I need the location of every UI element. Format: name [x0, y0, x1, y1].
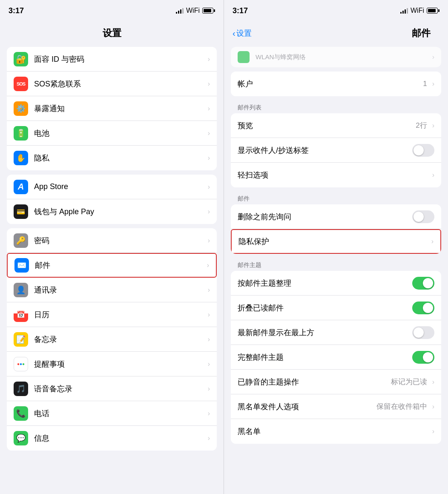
newest-on-top-label: 最新邮件显示在最上方 [238, 327, 412, 338]
calendar-icon: 📅 [14, 307, 28, 322]
ask-before-delete-knob [414, 212, 424, 222]
contacts-chevron: › [208, 286, 210, 294]
item-messages[interactable]: 💬 信息 › [7, 426, 217, 451]
applepay-icon: 💳 [14, 204, 28, 219]
item-battery[interactable]: 🔋 电池 › [7, 121, 217, 146]
right-signal-icon [400, 8, 408, 14]
accounts-label: 帐户 [238, 79, 423, 89]
item-faceid[interactable]: 🔐 面容 ID 与密码 › [7, 47, 217, 72]
show-to-knob [414, 145, 424, 155]
right-wifi-icon: WiFi [411, 7, 424, 14]
muted-action-chevron: › [432, 378, 434, 386]
applepay-chevron: › [208, 208, 210, 215]
appstore-label: App Store [34, 182, 204, 191]
complete-thread-item[interactable]: 完整邮件主题 [231, 345, 441, 370]
show-to-toggle[interactable] [412, 144, 434, 157]
muted-action-label: 已静音的主题操作 [238, 377, 391, 387]
newest-on-top-toggle[interactable] [412, 326, 434, 339]
blocklist-item[interactable]: 黑名单 › [231, 419, 441, 444]
item-phone[interactable]: 📞 电话 › [7, 401, 217, 426]
collapse-read-label: 折叠已读邮件 [238, 303, 412, 313]
swipe-chevron: › [432, 171, 434, 179]
phone-icon: 📞 [14, 406, 28, 421]
preview-label: 预览 [238, 121, 416, 131]
swipe-label: 轻扫选项 [238, 170, 429, 180]
settings-group-system: 🔐 面容 ID 与密码 › SOS SOS紧急联系 › ⚙️ 暴露通知 › 🔋 … [7, 47, 217, 170]
notes-label: 备忘录 [34, 334, 204, 345]
left-nav-bar: 设置 [0, 21, 224, 45]
swipe-item[interactable]: 轻扫选项 › [231, 163, 441, 187]
notes-chevron: › [208, 336, 210, 343]
preview-value: 2行 [416, 121, 427, 130]
organize-by-thread-item[interactable]: 按邮件主题整理 [231, 271, 441, 296]
reminders-label: 提醒事项 [34, 359, 204, 369]
section-label-thread: 邮件主题 [224, 258, 448, 271]
collapse-read-toggle[interactable] [412, 302, 434, 314]
item-notes[interactable]: 📝 备忘录 › [7, 327, 217, 352]
settings-group-builtins: 🔑 密码 › ✉️ 邮件 › 👤 通讯录 › 📅 日历 › 📝 [7, 228, 217, 451]
back-button[interactable]: ‹ 设置 [233, 28, 252, 38]
item-reminders[interactable]: ● ● ● 提醒事项 › [7, 352, 217, 376]
preview-item[interactable]: 预览 2行 › [231, 113, 441, 138]
privacy-protection-label: 隐私保护 [238, 236, 428, 247]
organize-by-thread-toggle[interactable] [412, 277, 434, 290]
item-exposure[interactable]: ⚙️ 暴露通知 › [7, 96, 217, 121]
voice-icon: 🎵 [14, 382, 28, 396]
complete-thread-knob [423, 352, 433, 362]
section-label-mail: 邮件 [224, 192, 448, 204]
passwords-label: 密码 [34, 236, 204, 246]
passwords-icon: 🔑 [14, 233, 28, 248]
privacy-protection-item[interactable]: 隐私保护 › [231, 229, 441, 254]
right-battery-icon [427, 8, 439, 14]
blocklist-chevron: › [432, 428, 434, 435]
left-status-icons: WiFi [176, 7, 215, 14]
blocklist-label: 黑名单 [238, 426, 429, 437]
notes-icon: 📝 [14, 332, 28, 347]
wlan-label: WLAN与蜂窝网络 [256, 53, 429, 61]
settings-group-apps: A App Store › 💳 钱包与 Apple Pay › [7, 175, 217, 224]
item-appstore[interactable]: A App Store › [7, 175, 217, 199]
item-passwords[interactable]: 🔑 密码 › [7, 228, 217, 253]
ask-before-delete-label: 删除之前先询问 [238, 212, 412, 222]
item-privacy[interactable]: ✋ 隐私 › [7, 146, 217, 170]
item-sos[interactable]: SOS SOS紧急联系 › [7, 72, 217, 96]
right-status-bar: 3:17 WiFi [224, 0, 448, 21]
blocked-action-item[interactable]: 黑名单发件人选项 保留在收件箱中 › [231, 394, 441, 419]
contacts-label: 通讯录 [34, 285, 204, 295]
voice-label: 语音备忘录 [34, 384, 204, 394]
mail-label: 邮件 [35, 260, 204, 270]
muted-action-value: 标记为已读 [391, 377, 427, 387]
sos-label: SOS紧急联系 [34, 79, 204, 89]
ask-before-delete-toggle[interactable] [412, 210, 434, 223]
item-voice[interactable]: 🎵 语音备忘录 › [7, 376, 217, 401]
privacy-label: 隐私 [34, 153, 204, 163]
show-to-label: 显示收件人/抄送标签 [238, 145, 412, 155]
right-time: 3:17 [233, 6, 248, 15]
ask-before-delete-item[interactable]: 删除之前先询问 [231, 204, 441, 229]
accounts-item[interactable]: 帐户 1 › [231, 72, 441, 96]
left-scroll: 🔐 面容 ID 与密码 › SOS SOS紧急联系 › ⚙️ 暴露通知 › 🔋 … [0, 45, 224, 494]
battery-icon [202, 8, 215, 14]
item-contacts[interactable]: 👤 通讯录 › [7, 278, 217, 302]
messages-icon: 💬 [14, 431, 28, 445]
privacy-icon: ✋ [14, 151, 28, 165]
faceid-chevron: › [208, 55, 210, 63]
collapse-read-item[interactable]: 折叠已读邮件 [231, 296, 441, 320]
newest-on-top-item[interactable]: 最新邮件显示在最上方 [231, 320, 441, 345]
show-to-item[interactable]: 显示收件人/抄送标签 [231, 138, 441, 163]
item-mail[interactable]: ✉️ 邮件 › [7, 253, 217, 278]
muted-action-item[interactable]: 已静音的主题操作 标记为已读 › [231, 370, 441, 394]
complete-thread-toggle[interactable] [412, 351, 434, 364]
appstore-chevron: › [208, 183, 210, 191]
battery-label: 电池 [34, 128, 204, 138]
contacts-icon: 👤 [14, 283, 28, 297]
mail-icon: ✉️ [14, 258, 29, 273]
left-nav-title: 设置 [103, 27, 121, 40]
item-applepay[interactable]: 💳 钱包与 Apple Pay › [7, 199, 217, 224]
item-calendar[interactable]: 📅 日历 › [7, 302, 217, 327]
appstore-icon: A [14, 180, 28, 194]
messages-chevron: › [208, 434, 210, 442]
blocked-action-value: 保留在收件箱中 [376, 402, 427, 411]
messages-label: 信息 [34, 433, 204, 443]
accounts-chevron: › [432, 80, 434, 88]
